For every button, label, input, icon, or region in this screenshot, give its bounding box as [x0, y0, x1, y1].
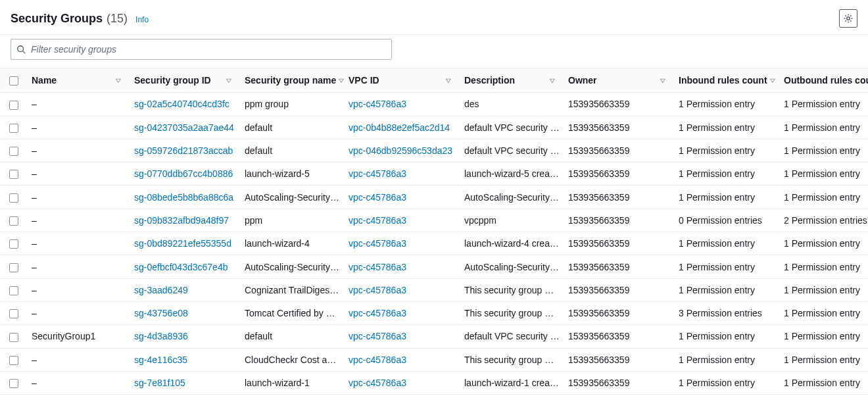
- table-row[interactable]: –sg-04237035a2aa7ae44defaultvpc-0b4b88e2…: [0, 116, 868, 139]
- page-title: Security Groups: [11, 12, 103, 26]
- row-checkbox[interactable]: [9, 216, 18, 226]
- settings-button[interactable]: [839, 9, 857, 28]
- sgid-link[interactable]: sg-0770ddb67cc4b0886: [134, 168, 233, 179]
- header-sgname[interactable]: Security group name▽: [241, 68, 345, 93]
- table-row[interactable]: –sg-059726d21873accabdefaultvpc-046db925…: [0, 139, 868, 162]
- cell-desc: launch-wizard-1 create...: [460, 371, 564, 394]
- cell-desc: launch-wizard-5 create...: [460, 162, 564, 186]
- header-owner[interactable]: Owner▽: [564, 68, 675, 93]
- row-checkbox[interactable]: [9, 147, 18, 156]
- cell-owner: 153935663359: [564, 162, 675, 186]
- vpc-link[interactable]: vpc-c45786a3: [349, 262, 406, 272]
- row-checkbox[interactable]: [9, 309, 18, 318]
- row-checkbox[interactable]: [9, 356, 18, 365]
- sgid-link[interactable]: sg-09b832afbd9a48f97: [134, 215, 229, 226]
- cell-inbound: 1 Permission entry: [675, 186, 780, 209]
- sgid-link[interactable]: sg-0efbcf043d3c67e4b: [134, 262, 228, 272]
- header-outbound[interactable]: Outbound rules count: [780, 68, 868, 93]
- header-sgid[interactable]: Security group ID▽: [130, 68, 241, 93]
- vpc-link[interactable]: vpc-c45786a3: [349, 168, 406, 179]
- filter-input[interactable]: [31, 44, 386, 55]
- vpc-link[interactable]: vpc-c45786a3: [349, 308, 406, 318]
- row-checkbox[interactable]: [9, 193, 18, 203]
- table-row[interactable]: –sg-43756e08Tomcat Certified by Bit...vp…: [0, 301, 868, 324]
- row-checkbox[interactable]: [9, 333, 18, 342]
- row-checkbox[interactable]: [9, 101, 18, 110]
- table-row[interactable]: –sg-0efbcf043d3c67e4bAutoScaling-Securit…: [0, 255, 868, 278]
- cell-owner: 153935663359: [564, 139, 675, 162]
- svg-line-2: [23, 51, 26, 54]
- cell-name: –: [28, 301, 130, 324]
- cell-sgname: launch-wizard-5: [241, 162, 345, 186]
- sgid-link[interactable]: sg-4d3a8936: [134, 331, 188, 341]
- sgid-link[interactable]: sg-7e81f105: [134, 378, 185, 388]
- row-checkbox[interactable]: [9, 239, 18, 249]
- table-row[interactable]: –sg-4e116c35CloudCheckr Cost and ...vpc-…: [0, 348, 868, 371]
- cell-outbound: 1 Permission entry: [780, 186, 868, 209]
- cell-sgid: sg-08bede5b8b6a88c6a: [130, 186, 241, 209]
- cell-sgname: ppm: [241, 209, 345, 232]
- cell-sgid: sg-0efbcf043d3c67e4b: [130, 255, 241, 278]
- info-link[interactable]: Info: [135, 15, 149, 24]
- cell-sgid: sg-02a5c40740c4cd3fc: [130, 93, 241, 116]
- cell-inbound: 3 Permission entries: [675, 301, 780, 324]
- select-all-checkbox[interactable]: [9, 76, 18, 86]
- sgid-link[interactable]: sg-04237035a2aa7ae44: [134, 122, 234, 133]
- cell-name: –: [28, 232, 130, 255]
- cell-sgid: sg-4d3a8936: [130, 325, 241, 348]
- table-row[interactable]: SecurityGroup1sg-4d3a8936defaultvpc-c457…: [0, 325, 868, 348]
- row-checkbox[interactable]: [9, 263, 18, 272]
- sgid-link[interactable]: sg-059726d21873accab: [134, 145, 233, 156]
- row-checkbox[interactable]: [9, 124, 18, 133]
- cell-outbound: 1 Permission entry: [780, 162, 868, 186]
- gear-icon: [843, 13, 854, 24]
- cell-name: –: [28, 255, 130, 278]
- vpc-link[interactable]: vpc-c45786a3: [349, 331, 406, 341]
- table-row[interactable]: –sg-0770ddb67cc4b0886launch-wizard-5vpc-…: [0, 162, 868, 186]
- vpc-link[interactable]: vpc-046db92596c53da23: [349, 145, 452, 156]
- table-row[interactable]: –sg-0bd89221efe55355dlaunch-wizard-4vpc-…: [0, 232, 868, 255]
- header-vpc[interactable]: VPC ID▽: [345, 68, 460, 93]
- filter-box[interactable]: [11, 39, 392, 60]
- row-checkbox[interactable]: [9, 170, 18, 179]
- cell-owner: 153935663359: [564, 301, 675, 324]
- table-row[interactable]: –sg-7e81f105launch-wizard-1vpc-c45786a3l…: [0, 371, 868, 394]
- cell-vpc: vpc-c45786a3: [345, 186, 460, 209]
- row-checkbox-cell: [0, 301, 28, 324]
- cell-outbound: 1 Permission entry: [780, 116, 868, 139]
- cell-outbound: 1 Permission entry: [780, 301, 868, 324]
- vpc-link[interactable]: vpc-c45786a3: [349, 378, 406, 388]
- header-inbound[interactable]: Inbound rules count▽: [675, 68, 780, 93]
- table-row[interactable]: –sg-08bede5b8b6a88c6aAutoScaling-Securit…: [0, 186, 868, 209]
- sgid-link[interactable]: sg-4e116c35: [134, 355, 187, 365]
- vpc-link[interactable]: vpc-c45786a3: [349, 355, 406, 365]
- cell-desc: AutoScaling-Security-...: [460, 255, 564, 278]
- table-row[interactable]: –sg-02a5c40740c4cd3fcppm groupvpc-c45786…: [0, 93, 868, 116]
- row-checkbox-cell: [0, 348, 28, 371]
- sgid-link[interactable]: sg-43756e08: [134, 308, 188, 318]
- cell-outbound: 1 Permission entry: [780, 232, 868, 255]
- page-header: Security Groups (15) Info: [0, 0, 868, 35]
- row-checkbox[interactable]: [9, 379, 18, 388]
- header-desc[interactable]: Description▽: [460, 68, 564, 93]
- sgid-link[interactable]: sg-0bd89221efe55355d: [134, 238, 231, 249]
- cell-outbound: 1 Permission entry: [780, 278, 868, 301]
- vpc-link[interactable]: vpc-c45786a3: [349, 215, 406, 226]
- sgid-link[interactable]: sg-3aad6249: [134, 285, 188, 295]
- security-groups-table: Name▽ Security group ID▽ Security group …: [0, 68, 868, 396]
- vpc-link[interactable]: vpc-c45786a3: [349, 238, 406, 249]
- vpc-link[interactable]: vpc-c45786a3: [349, 285, 406, 295]
- sgid-link[interactable]: sg-08bede5b8b6a88c6a: [134, 192, 233, 203]
- vpc-link[interactable]: vpc-c45786a3: [349, 99, 406, 109]
- vpc-link[interactable]: vpc-c45786a3: [349, 192, 406, 203]
- row-checkbox[interactable]: [9, 286, 18, 295]
- table-row[interactable]: –sg-09b832afbd9a48f97ppmvpc-c45786a3vpcp…: [0, 209, 868, 232]
- header-vpc-label: VPC ID: [349, 75, 379, 86]
- cell-owner: 153935663359: [564, 348, 675, 371]
- row-checkbox-cell: [0, 209, 28, 232]
- header-name[interactable]: Name▽: [28, 68, 130, 93]
- sgid-link[interactable]: sg-02a5c40740c4cd3fc: [134, 99, 229, 109]
- cell-sgname: default: [241, 139, 345, 162]
- table-row[interactable]: –sg-3aad6249Cognizant TrailDigest (...vp…: [0, 278, 868, 301]
- vpc-link[interactable]: vpc-0b4b88e2ef5ac2d14: [349, 122, 450, 133]
